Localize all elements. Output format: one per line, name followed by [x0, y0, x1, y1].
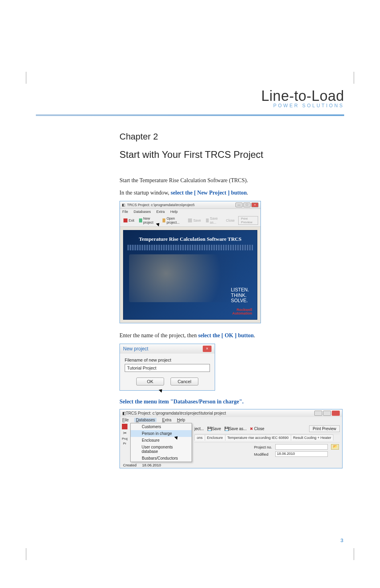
window-titlebar-3: ◧ TRCS Project: c:\programdata\trcs\proj… [120, 409, 342, 417]
splash-tagline: LISTEN. THINK. SOLVE. [231, 287, 249, 303]
cancel-button[interactable]: Cancel [170, 378, 198, 385]
sidebar-pr-label: Pr [123, 442, 126, 445]
tb-ject[interactable]: ject... [194, 427, 204, 431]
created-value: 18.06.2010 [142, 463, 161, 467]
close-icon: ✖ [250, 427, 253, 431]
splash-brand: Rockwell Automation [232, 308, 252, 315]
close-project-button[interactable]: Close [225, 218, 236, 223]
tabs-row: onsEnclosureTemperature rise according I… [194, 434, 340, 442]
menu-extra[interactable]: Extra [162, 418, 171, 422]
save-as-icon: 💾 [224, 427, 229, 431]
para-1: Start the Temperature Rise Calculation S… [119, 176, 344, 185]
menu-file[interactable]: File [122, 418, 129, 422]
screenshot-startup-window: ◧ TRCS Project: c:\programdata\trcs\proj… [119, 201, 261, 323]
save-button[interactable]: 💾Save [207, 427, 221, 431]
menu-databases[interactable]: Databases [134, 418, 157, 422]
menu-item-customers[interactable]: Customers [131, 423, 192, 430]
toolbar: Exit New project Open project... Save Sa… [120, 214, 261, 227]
app-icon: ◧ [122, 411, 126, 415]
projectno-label: Project no. [254, 445, 272, 449]
para-2c: . [247, 190, 249, 196]
splash-screen: Temperature Rise Calculation Software TR… [123, 230, 257, 320]
page-number: 3 [341, 537, 343, 543]
maximize-button[interactable]: □ [243, 203, 251, 207]
menu-help[interactable]: Help [177, 418, 185, 422]
screenshot-new-project-dialog: New project × Filename of new project Tu… [119, 344, 215, 391]
open-icon [163, 218, 166, 222]
folder-button[interactable]: 📂 [331, 444, 339, 450]
created-label: Created [123, 463, 137, 467]
close-button[interactable] [332, 411, 340, 416]
menu-bar: File Databases Extra Help [120, 209, 261, 214]
ok-button[interactable]: OK [136, 378, 164, 385]
tab-enclosure[interactable]: Enclosure [205, 435, 225, 441]
logo-title: Line-to-Load [261, 88, 344, 104]
restore-button[interactable] [323, 411, 331, 416]
para-3c: . [254, 332, 255, 338]
menu-item-enclosure[interactable]: Enclosure [131, 437, 192, 444]
window-title-3: TRCS Project: c:\programdata\trcs\projec… [126, 411, 226, 415]
menu-extra[interactable]: Extra [157, 210, 165, 214]
databases-dropdown: Customers Person in charge Enclosure Use… [130, 423, 192, 462]
menu-item-busbars[interactable]: Busbars/Conductors [131, 455, 192, 462]
para-3-action: select the [ OK ] button [198, 332, 254, 338]
dialog-close-button[interactable]: × [203, 346, 212, 352]
modified-label: Modified [254, 452, 272, 456]
save-button[interactable]: Save [187, 218, 202, 223]
dialog-titlebar: New project × [120, 344, 215, 354]
splash-strip [127, 245, 253, 250]
app-icon: ◧ [122, 203, 125, 207]
header-rule [36, 114, 344, 116]
save-as-button[interactable]: 💾Save as... [224, 427, 247, 431]
splash-title: Temperature Rise Calculation Software TR… [123, 230, 257, 242]
para-3: Enter the name of the project, then sele… [119, 331, 344, 340]
menu-bar-3: File Databases Extra Help [120, 417, 342, 423]
project-form: Project no. 📂 Modified 18.06.2010 [194, 442, 340, 457]
tab-temperature[interactable]: Temperature rise according IEC 60890 [225, 435, 291, 441]
menu-item-user-components[interactable]: User components database [131, 444, 192, 455]
minimize-button[interactable] [314, 411, 322, 416]
projectno-input[interactable] [275, 444, 328, 450]
menu-select-instruction: Select the menu item "Databases/Person i… [119, 399, 344, 405]
window-titlebar: ◧ TRCS Project: c:\programdata\trcs\proj… [120, 201, 261, 209]
toolbar-3: ject... 💾Save 💾Save as... ✖ Close Print … [194, 425, 340, 434]
cut-icon[interactable]: ✂ [123, 431, 127, 436]
menu-item-person-in-charge[interactable]: Person in charge [131, 430, 192, 437]
filename-input[interactable]: Tutorial Project [125, 364, 210, 372]
window-title: TRCS Project: c:\programdata\trcs\projec… [127, 203, 195, 207]
save-icon: 💾 [207, 427, 212, 431]
page-title: Start with Your First TRCS Project [119, 149, 344, 160]
para-2: In the startup window, select the [ New … [119, 189, 344, 197]
page-content: Chapter 2 Start with Your First TRCS Pro… [119, 132, 344, 468]
exit-icon[interactable] [122, 424, 127, 429]
para-2-action: select the [ New Project ] button [171, 190, 247, 196]
save-as-button[interactable]: Save as... [205, 216, 223, 225]
chapter-label: Chapter 2 [119, 132, 344, 142]
page-header: Line-to-Load POWER SOLUTIONS [261, 88, 344, 108]
new-icon [139, 218, 142, 222]
logo-subtitle: POWER SOLUTIONS [261, 103, 344, 108]
para-2a: In the startup window, [119, 190, 171, 196]
close-button[interactable]: × [251, 203, 259, 207]
save-icon [188, 218, 192, 222]
modified-value: 18.06.2010 [275, 451, 328, 457]
menu-databases[interactable]: Databases [134, 210, 151, 214]
close-button[interactable]: ✖ Close [250, 427, 264, 431]
print-preview-button[interactable]: Print Preview [309, 425, 340, 432]
minimize-button[interactable]: — [235, 203, 243, 207]
save-as-icon [206, 218, 209, 222]
exit-button[interactable]: Exit [122, 218, 135, 223]
print-preview-button[interactable]: Print Preview [238, 216, 258, 225]
menu-file[interactable]: File [122, 210, 128, 214]
menu-help[interactable]: Help [170, 210, 178, 214]
exit-icon [123, 218, 127, 222]
dialog-title: New project [123, 346, 148, 352]
new-project-button[interactable]: New project [138, 216, 159, 225]
tab-result[interactable]: Result Cooling + Heater [291, 435, 334, 441]
para-3a: Enter the name of the project, then [119, 332, 198, 338]
filename-label: Filename of new project [125, 358, 210, 362]
screenshot-databases-menu: ◧ TRCS Project: c:\programdata\trcs\proj… [119, 409, 343, 468]
sidebar-proj-label: Proj [122, 437, 127, 441]
tab-ons[interactable]: ons [194, 435, 205, 441]
open-project-button[interactable]: Open project... [161, 216, 184, 225]
